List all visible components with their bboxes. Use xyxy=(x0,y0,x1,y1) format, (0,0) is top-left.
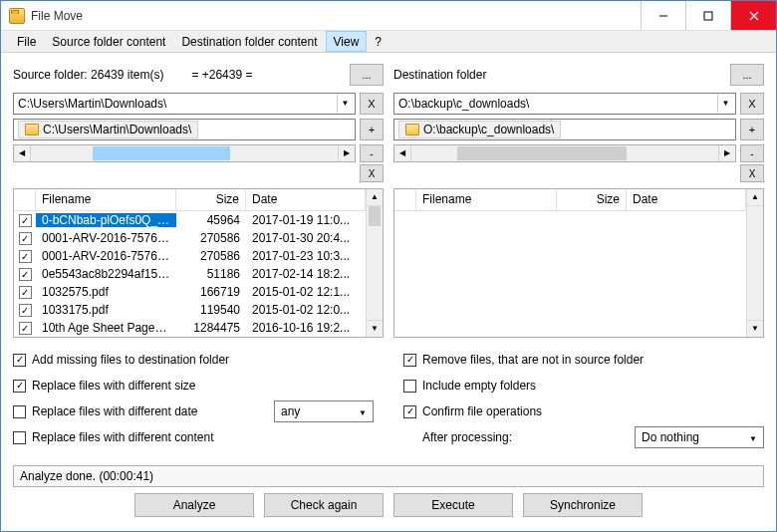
checkbox-remove-extra[interactable] xyxy=(403,354,416,367)
dest-browse-button[interactable]: ... xyxy=(730,64,764,86)
cell-size: 119540 xyxy=(176,303,246,317)
cell-filename: 0-bCNbab-plOefs0Q_-.png xyxy=(36,213,176,227)
checkbox-include-empty[interactable] xyxy=(403,380,416,393)
select-after-processing[interactable]: Do nothing▼ xyxy=(635,426,764,448)
dest-x-button[interactable]: X xyxy=(740,164,764,182)
menu-view[interactable]: View xyxy=(326,31,368,52)
checkbox-add-missing[interactable] xyxy=(13,354,26,367)
row-checkbox[interactable]: ✓ xyxy=(19,304,32,317)
cell-date: 2017-02-14 18:2... xyxy=(246,267,366,281)
table-row[interactable]: ✓0001-ARV-2016-7576 (1)....2705862017-01… xyxy=(14,229,366,247)
menubar: File Source folder content Destination f… xyxy=(1,31,776,53)
titlebar: File Move xyxy=(1,1,776,31)
table-row[interactable]: ✓1032575.pdf1667192015-01-02 12:1... xyxy=(14,283,366,301)
checkbox-replace-date[interactable] xyxy=(13,405,26,418)
synchronize-button[interactable]: Synchronize xyxy=(523,493,643,517)
analyze-button[interactable]: Analyze xyxy=(134,493,254,517)
scroll-right-icon[interactable]: ▶ xyxy=(718,145,735,161)
cell-size: 45964 xyxy=(176,213,246,227)
menu-dest-content[interactable]: Destination folder content xyxy=(173,31,325,52)
dest-vertical-scrollbar[interactable]: ▲ ▼ xyxy=(746,189,763,337)
scroll-up-icon[interactable]: ▲ xyxy=(747,189,763,206)
menu-source-content[interactable]: Source folder content xyxy=(44,31,173,52)
checkbox-replace-content[interactable] xyxy=(13,431,26,444)
cell-filename: 0001-ARV-2016-7576 (1).... xyxy=(36,231,176,245)
source-minus-button[interactable]: - xyxy=(360,144,384,162)
source-breadcrumb-scrollbar[interactable]: ◀ ▶ xyxy=(13,144,356,162)
source-x-button[interactable]: X xyxy=(360,164,384,182)
source-col-check[interactable] xyxy=(14,189,36,210)
source-breadcrumb[interactable]: C:\Users\Martin\Downloads\ xyxy=(13,119,356,140)
dest-col-size[interactable]: Size xyxy=(557,189,627,210)
scroll-left-icon[interactable]: ◀ xyxy=(14,145,31,161)
dest-file-table: Filename Size Date ▲ ▼ xyxy=(393,188,764,338)
source-file-table: Filename Size Date ✓0-bCNbab-plOefs0Q_-.… xyxy=(13,188,384,338)
table-row[interactable]: ✓0001-ARV-2016-7576.PDF2705862017-01-23 … xyxy=(14,247,366,265)
cell-date: 2017-01-30 20:4... xyxy=(246,231,366,245)
cell-size: 166719 xyxy=(176,285,246,299)
source-browse-button[interactable]: ... xyxy=(350,64,384,86)
cell-filename: 1033175.pdf xyxy=(36,303,176,317)
table-row[interactable]: ✓0e5543ac8b2294af1568ac...511862017-02-1… xyxy=(14,265,366,283)
row-checkbox[interactable]: ✓ xyxy=(19,250,32,263)
app-icon xyxy=(9,8,25,24)
check-again-button[interactable]: Check again xyxy=(264,493,384,517)
chevron-down-icon: ▼ xyxy=(717,95,733,113)
menu-file[interactable]: File xyxy=(9,31,44,52)
chevron-down-icon: ▼ xyxy=(745,430,761,444)
dest-breadcrumb[interactable]: O:\backup\c_downloads\ xyxy=(393,119,736,140)
source-col-date[interactable]: Date xyxy=(246,189,366,210)
chevron-down-icon: ▼ xyxy=(337,95,353,113)
checkbox-replace-size[interactable] xyxy=(13,380,26,393)
cell-size: 270586 xyxy=(176,231,246,245)
dest-col-date[interactable]: Date xyxy=(627,189,746,210)
table-row[interactable]: ✓10th Age Sheet Pages 1&...12844752016-1… xyxy=(14,319,366,337)
source-path-combo[interactable]: C:\Users\Martin\Downloads\ ▼ xyxy=(13,93,356,115)
close-button[interactable] xyxy=(730,1,776,30)
scroll-down-icon[interactable]: ▼ xyxy=(747,320,763,337)
dest-header: Destination folder xyxy=(393,68,486,82)
dest-col-check[interactable] xyxy=(394,189,416,210)
source-pane: Source folder: 26439 item(s) = +26439 = … xyxy=(13,63,384,338)
execute-button[interactable]: Execute xyxy=(393,493,513,517)
source-add-crumb-button[interactable]: + xyxy=(360,119,384,140)
dest-minus-button[interactable]: - xyxy=(740,144,764,162)
dest-add-crumb-button[interactable]: + xyxy=(740,119,764,140)
label-after-processing: After processing: xyxy=(422,430,512,444)
folder-icon xyxy=(405,124,419,135)
select-date-mode[interactable]: any▼ xyxy=(274,400,374,422)
scroll-up-icon[interactable]: ▲ xyxy=(367,189,383,206)
cell-date: 2015-01-02 12:0... xyxy=(246,303,366,317)
dest-clear-button[interactable]: X xyxy=(740,93,764,115)
source-vertical-scrollbar[interactable]: ▲ ▼ xyxy=(366,189,383,337)
table-row[interactable]: ✓0-bCNbab-plOefs0Q_-.png459642017-01-19 … xyxy=(14,211,366,229)
cell-filename: 10th Age Sheet Pages 1&... xyxy=(36,321,176,335)
menu-help[interactable]: ? xyxy=(367,31,389,52)
row-checkbox[interactable]: ✓ xyxy=(19,214,32,227)
table-row[interactable]: ✓1033175.pdf1195402015-01-02 12:0... xyxy=(14,301,366,319)
maximize-button[interactable] xyxy=(685,1,730,30)
cell-size: 270586 xyxy=(176,249,246,263)
label-replace-content: Replace files with different content xyxy=(32,430,214,444)
scroll-right-icon[interactable]: ▶ xyxy=(338,145,355,161)
dest-col-filename[interactable]: Filename xyxy=(416,189,557,210)
minimize-button[interactable] xyxy=(641,1,685,30)
dest-pane: Destination folder ... O:\backup\c_downl… xyxy=(393,63,764,338)
source-crumb-text: C:\Users\Martin\Downloads\ xyxy=(43,123,191,136)
label-confirm: Confirm file operations xyxy=(422,404,542,418)
row-checkbox[interactable]: ✓ xyxy=(19,268,32,281)
source-clear-button[interactable]: X xyxy=(360,93,384,115)
row-checkbox[interactable]: ✓ xyxy=(19,322,32,335)
dest-breadcrumb-scrollbar[interactable]: ◀ ▶ xyxy=(393,144,736,162)
status-bar: Analyze done. (00:00:41) xyxy=(13,465,764,487)
source-col-size[interactable]: Size xyxy=(176,189,246,210)
source-col-filename[interactable]: Filename xyxy=(36,189,176,210)
row-checkbox[interactable]: ✓ xyxy=(19,232,32,245)
checkbox-confirm[interactable] xyxy=(403,405,416,418)
svg-rect-1 xyxy=(704,12,712,20)
row-checkbox[interactable]: ✓ xyxy=(19,286,32,299)
scroll-left-icon[interactable]: ◀ xyxy=(394,145,411,161)
dest-path-value: O:\backup\c_downloads\ xyxy=(398,97,717,111)
dest-path-combo[interactable]: O:\backup\c_downloads\ ▼ xyxy=(393,93,736,115)
scroll-down-icon[interactable]: ▼ xyxy=(367,320,383,337)
